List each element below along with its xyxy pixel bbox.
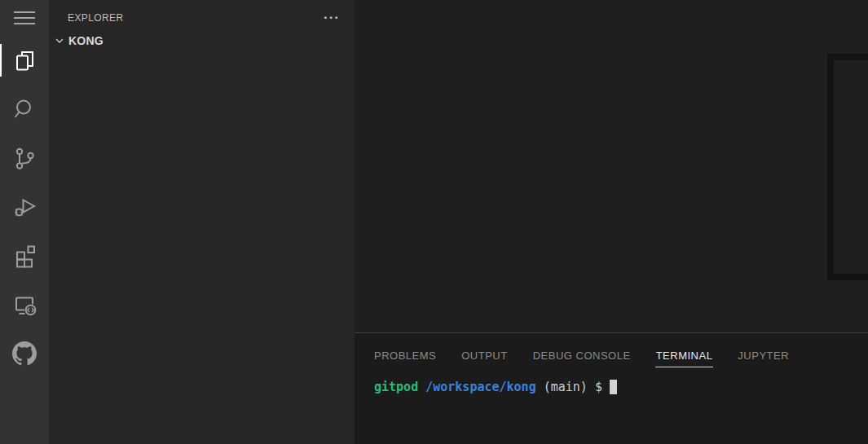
activity-remote-explorer-button[interactable] (0, 280, 49, 329)
editor-area (355, 0, 868, 332)
terminal-branch: (main) (544, 380, 588, 394)
tab-jupyter[interactable]: JUPYTER (737, 349, 790, 367)
terminal-cwd: /workspace/kong (425, 380, 535, 394)
source-control-icon (12, 146, 37, 170)
terminal-user: gitpod (374, 380, 418, 394)
main-column: PROBLEMS OUTPUT DEBUG CONSOLE TERMINAL J… (355, 0, 868, 444)
more-actions-icon[interactable]: ··· (324, 15, 340, 21)
activity-bar (0, 0, 49, 444)
bottom-panel: PROBLEMS OUTPUT DEBUG CONSOLE TERMINAL J… (355, 332, 868, 444)
activity-extensions-button[interactable] (0, 231, 49, 280)
tree-item-label: KONG (68, 34, 104, 47)
panel-tab-bar: PROBLEMS OUTPUT DEBUG CONSOLE TERMINAL J… (355, 333, 868, 367)
remote-explorer-icon (12, 292, 37, 317)
tree-item-kong[interactable]: KONG (49, 31, 355, 50)
terminal-cursor (610, 380, 617, 394)
sidebar-header: EXPLORER ··· (49, 0, 355, 31)
terminal-prompt[interactable]: gitpod /workspace/kong (main) $ (374, 380, 868, 394)
tab-output[interactable]: OUTPUT (460, 349, 508, 367)
menu-button[interactable] (0, 0, 49, 36)
activity-run-debug-button[interactable] (0, 182, 49, 231)
activity-explorer-button[interactable] (0, 36, 49, 85)
chevron-down-icon (53, 34, 66, 47)
github-icon (12, 341, 37, 366)
vscode-window: EXPLORER ··· KONG PROBLEMS OUTPUT DEBUG … (0, 0, 868, 444)
activity-github-button[interactable] (0, 329, 49, 378)
activity-search-button[interactable] (0, 85, 49, 134)
search-icon (12, 97, 37, 121)
tab-debug-console[interactable]: DEBUG CONSOLE (532, 349, 632, 367)
activity-source-control-button[interactable] (0, 134, 49, 182)
sidebar-title: EXPLORER (68, 12, 124, 24)
terminal-prompt-symbol: $ (595, 380, 602, 394)
tab-terminal[interactable]: TERMINAL (655, 349, 714, 367)
tab-problems[interactable]: PROBLEMS (373, 349, 437, 367)
extensions-icon (12, 244, 37, 268)
explorer-sidebar: EXPLORER ··· KONG (49, 0, 355, 444)
run-debug-icon (12, 195, 37, 219)
drop-target-outline (827, 54, 868, 280)
hamburger-icon (13, 11, 36, 25)
files-icon (12, 48, 37, 73)
